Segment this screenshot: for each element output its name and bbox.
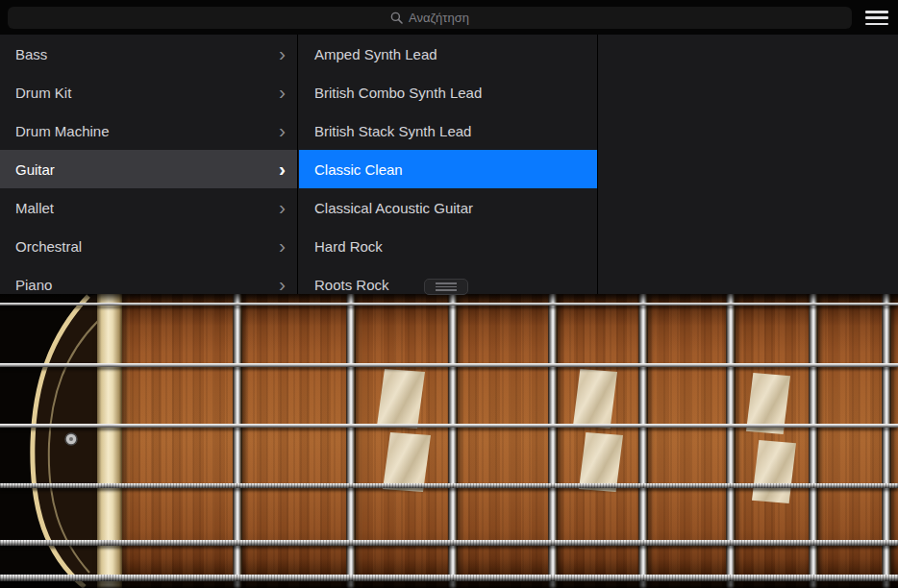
guitar-string-6[interactable]	[0, 575, 898, 581]
guitar-string-5[interactable]	[0, 540, 898, 546]
category-label: Drum Machine	[15, 123, 110, 139]
garageband-window: Αναζήτηση Bass › Drum Kit › Drum Machine…	[0, 0, 898, 588]
category-item-mallet[interactable]: Mallet ›	[0, 188, 297, 227]
category-label: Piano	[15, 277, 52, 293]
fret-marker-inlay	[573, 369, 617, 429]
category-item-piano[interactable]: Piano ›	[0, 265, 297, 294]
category-item-bass[interactable]: Bass ›	[0, 35, 297, 73]
guitar-string-2[interactable]	[0, 363, 898, 367]
preset-label: British Combo Synth Lead	[314, 85, 482, 101]
menu-icon[interactable]	[865, 11, 888, 25]
top-bar: Αναζήτηση	[0, 0, 898, 35]
search-placeholder: Αναζήτηση	[409, 11, 469, 25]
guitar-string-3[interactable]	[0, 424, 898, 428]
preset-label: Hard Rock	[314, 238, 383, 255]
preset-label: British Stack Synth Lead	[314, 123, 471, 139]
preset-item-hard-rock[interactable]: Hard Rock	[299, 227, 597, 265]
preset-label: Classical Acoustic Guitar	[314, 200, 473, 216]
preset-item-british-stack-synth-lead[interactable]: British Stack Synth Lead	[299, 111, 597, 150]
category-label: Mallet	[15, 200, 54, 216]
search-input[interactable]: Αναζήτηση	[8, 7, 852, 29]
preset-item-british-combo-synth-lead[interactable]: British Combo Synth Lead	[299, 73, 597, 111]
fret-marker-inlay	[752, 440, 796, 503]
category-label: Drum Kit	[15, 85, 71, 101]
category-label: Orchestral	[15, 238, 82, 255]
fret-marker-inlay	[377, 369, 425, 429]
preset-label: Amped Synth Lead	[314, 46, 437, 62]
preset-item-classical-acoustic-guitar[interactable]: Classical Acoustic Guitar	[299, 188, 597, 227]
category-item-orchestral[interactable]: Orchestral ›	[0, 227, 297, 265]
preset-label: Roots Rock	[314, 277, 389, 293]
category-item-guitar[interactable]: Guitar ›	[0, 150, 297, 188]
preset-label: Classic Clean	[314, 161, 403, 178]
category-item-drum-kit[interactable]: Drum Kit ›	[0, 73, 297, 111]
preset-list: Amped Synth Lead British Combo Synth Lea…	[299, 35, 598, 294]
guitar-fretboard[interactable]	[0, 294, 898, 588]
category-label: Guitar	[15, 161, 55, 178]
preset-item-classic-clean[interactable]: Classic Clean	[299, 150, 597, 188]
category-item-drum-machine[interactable]: Drum Machine ›	[0, 111, 297, 150]
search-icon	[390, 12, 403, 24]
category-label: Bass	[15, 46, 47, 62]
category-list: Bass › Drum Kit › Drum Machine › Guitar …	[0, 35, 298, 294]
preset-item-amped-synth-lead[interactable]: Amped Synth Lead	[299, 35, 597, 73]
guitar-string-1[interactable]	[0, 303, 898, 306]
sound-browser: Bass › Drum Kit › Drum Machine › Guitar …	[0, 35, 898, 294]
browser-drag-handle[interactable]	[424, 279, 468, 295]
guitar-string-4[interactable]	[0, 483, 898, 488]
